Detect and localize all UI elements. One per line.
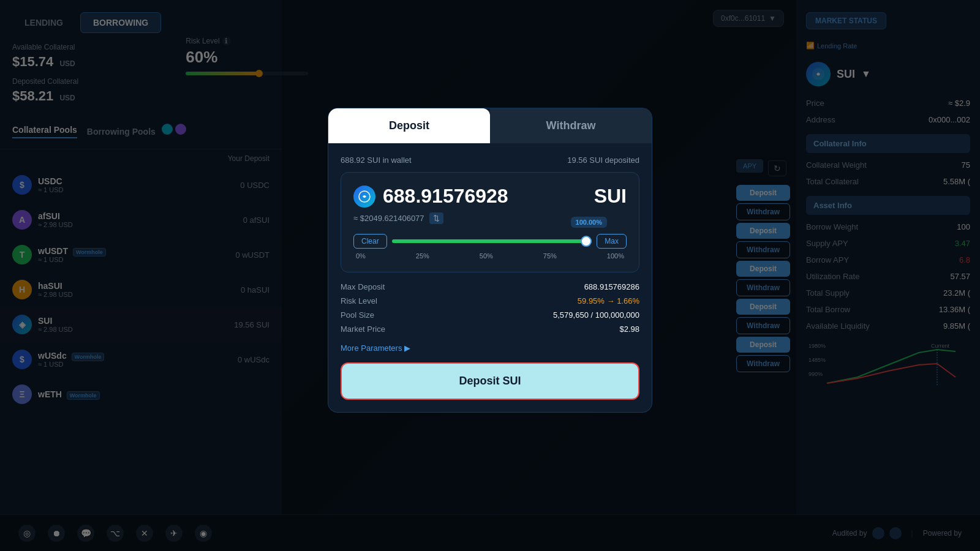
modal-body: 688.92 SUI in wallet 19.56 SUI deposited… (328, 143, 652, 412)
param-pool-size: Pool Size 5,579,650 / 100,000,000 (341, 310, 639, 320)
param-risk-level: Risk Level 59.95% → 1.66% (341, 296, 639, 305)
deposit-sui-button[interactable]: Deposit SUI (341, 362, 639, 400)
label-100: 100% (607, 252, 624, 260)
chevron-right-icon: ▶ (404, 343, 410, 353)
modal-tab-bar: Deposit Withdraw (328, 108, 652, 143)
max-deposit-value: 688.915769286 (584, 282, 639, 291)
amount-number: 688.91576928 (383, 185, 587, 208)
label-75: 75% (543, 252, 557, 260)
slider-container: 100.00% Clear Max 0% 25% 50% 75% 100% (353, 234, 627, 260)
risk-level-value: 59.95% → 1.66% (578, 296, 639, 305)
label-25: 25% (416, 252, 429, 260)
pool-size-value: 5,579,650 / 100,000,000 (553, 310, 639, 320)
max-deposit-label: Max Deposit (341, 282, 385, 291)
wallet-info-row: 688.92 SUI in wallet 19.56 SUI deposited (341, 156, 639, 165)
label-50: 50% (480, 252, 493, 260)
deposited-amount: 19.56 SUI deposited (567, 156, 639, 165)
market-price-value: $2.98 (619, 324, 639, 334)
max-button[interactable]: Max (597, 234, 627, 249)
modal-withdraw-tab[interactable]: Withdraw (490, 108, 652, 143)
amount-currency: SUI (594, 185, 627, 208)
wallet-amount: 688.92 SUI in wallet (341, 156, 412, 165)
param-max-deposit: Max Deposit 688.915769286 (341, 282, 639, 291)
percentage-bubble: 100.00% (571, 217, 607, 228)
risk-level-label: Risk Level (341, 296, 377, 305)
label-0: 0% (356, 252, 366, 260)
pool-size-label: Pool Size (341, 310, 374, 320)
amount-input-row: 688.91576928 SUI (353, 185, 627, 208)
market-price-label: Market Price (341, 324, 385, 334)
amount-slider[interactable] (392, 239, 592, 243)
modal-deposit-tab[interactable]: Deposit (328, 108, 490, 143)
slider-labels: 0% 25% 50% 75% 100% (353, 252, 627, 260)
param-market-price: Market Price $2.98 (341, 324, 639, 334)
more-params-link[interactable]: More Parameters ▶ (341, 343, 639, 353)
deposit-modal: Deposit Withdraw 688.92 SUI in wallet 19… (328, 108, 652, 413)
sui-icon-large (353, 186, 375, 208)
params-grid: Max Deposit 688.915769286 Risk Level 59.… (341, 282, 639, 334)
slider-row: Clear Max (353, 234, 627, 249)
clear-button[interactable]: Clear (353, 234, 387, 249)
amount-box: 688.91576928 SUI ≈ $2049.621406077 ⇅ 100… (341, 172, 639, 272)
swap-icon[interactable]: ⇅ (429, 212, 443, 224)
